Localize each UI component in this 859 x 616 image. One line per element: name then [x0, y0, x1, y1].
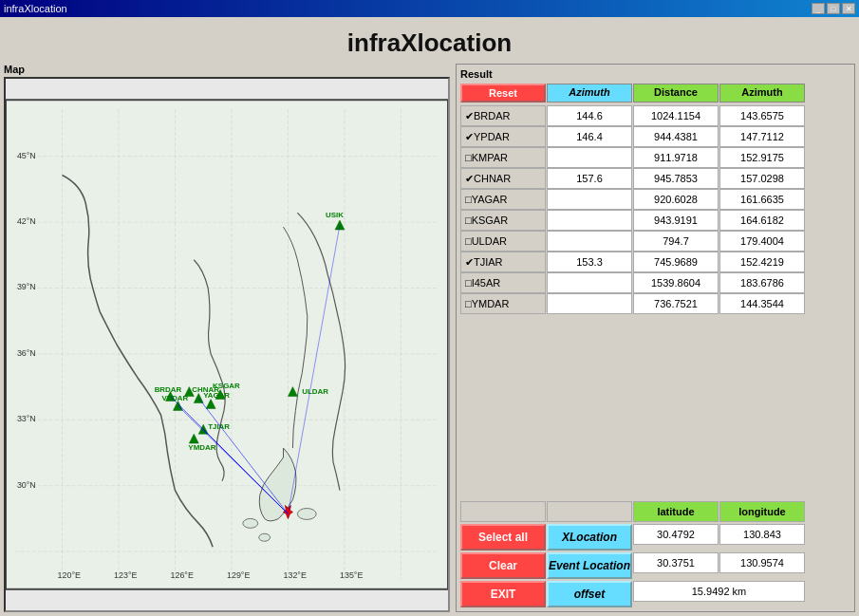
event-location-row: Clear Event Location 30.3751 130.9574 [460, 552, 850, 579]
station-name-cell[interactable]: □KSGAR [460, 210, 546, 231]
result-label: Result [460, 68, 850, 80]
station-name-cell[interactable]: □KMPAR [460, 147, 546, 168]
distance-header: Distance [633, 84, 719, 103]
station-name-cell[interactable]: □YAGAR [460, 189, 546, 210]
azimuth2-cell: 144.3544 [719, 293, 805, 314]
minimize-button[interactable]: _ [812, 3, 825, 14]
event-location-label: Event Location [547, 552, 632, 579]
distance-cell: 920.6028 [633, 189, 719, 210]
table-row: □YMDAR736.7521144.3544 [460, 293, 850, 314]
table-row: ✔BRDAR144.61024.1154143.6575 [460, 105, 850, 126]
azimuth2-cell: 164.6182 [719, 210, 805, 231]
table-row: ✔YPDAR146.4944.4381147.7112 [460, 126, 850, 147]
distance-cell: 943.9191 [633, 210, 719, 231]
azimuth-cell [547, 189, 632, 210]
map-section: Map [4, 64, 450, 612]
station-name-cell[interactable]: □ULDAR [460, 231, 546, 252]
lat-lon-header: latitude longitude [460, 501, 850, 522]
xlocation-button[interactable]: XLocation [547, 524, 632, 551]
svg-text:39°N: 39°N [17, 282, 36, 291]
svg-text:33°N: 33°N [17, 414, 36, 423]
xlocation-latitude: 30.4792 [633, 524, 719, 545]
svg-text:USIK: USIK [326, 211, 344, 219]
maximize-button[interactable]: □ [827, 3, 840, 14]
station-name-cell[interactable]: □YMDAR [460, 293, 546, 314]
svg-text:45°N: 45°N [17, 151, 36, 160]
svg-text:ULDAR: ULDAR [302, 387, 328, 396]
reset-button[interactable]: Reset [460, 84, 546, 103]
event-location-longitude: 130.9574 [719, 552, 805, 573]
azimuth2-cell: 157.0298 [719, 168, 805, 189]
station-name-cell[interactable]: ✔YPDAR [460, 126, 546, 147]
distance-cell: 736.7521 [633, 293, 719, 314]
table-row: □YAGAR920.6028161.6635 [460, 189, 850, 210]
longitude-header: longitude [719, 501, 805, 522]
svg-text:TJIAR: TJIAR [208, 422, 230, 431]
svg-text:123°E: 123°E [114, 570, 137, 580]
station-name-cell[interactable]: ✔TJIAR [460, 252, 546, 272]
table-row: □KSGAR943.9191164.6182 [460, 210, 850, 231]
azimuth-cell: 153.3 [547, 252, 632, 272]
svg-text:YMDAR: YMDAR [188, 443, 215, 452]
xlocation-longitude: 130.843 [719, 524, 805, 545]
azimuth2-cell: 152.4219 [719, 252, 805, 272]
bottom-controls: latitude longitude Select all XLocation … [460, 501, 850, 607]
azimuth-cell [547, 147, 632, 168]
app-body: infraXlocation Map [0, 17, 859, 616]
select-all-button[interactable]: Select all [460, 524, 546, 551]
result-table: Reset Azimuth Distance Azimuth ✔BRDAR144… [460, 84, 850, 497]
result-section: Result Reset Azimuth Distance Azimuth ✔B… [456, 64, 855, 612]
window-controls: _ □ ✕ [812, 3, 855, 14]
offset-label: offset [547, 581, 632, 607]
distance-cell: 1024.1154 [633, 105, 719, 126]
clear-button[interactable]: Clear [460, 552, 546, 579]
azimuth2-cell: 147.7112 [719, 126, 805, 147]
distance-cell: 1539.8604 [633, 272, 719, 293]
azimuth2-cell: 143.6575 [719, 105, 805, 126]
azimuth2-header: Azimuth [719, 84, 805, 103]
svg-text:KSGAR: KSGAR [213, 382, 240, 390]
distance-cell: 911.9718 [633, 147, 719, 168]
azimuth-cell [547, 293, 632, 314]
station-name-cell[interactable]: □I45AR [460, 272, 546, 293]
data-rows-container: ✔BRDAR144.61024.1154143.6575✔YPDAR146.49… [460, 105, 850, 314]
xlocation-row: Select all XLocation 30.4792 130.843 [460, 524, 850, 551]
distance-cell: 794.7 [633, 231, 719, 252]
azimuth-cell: 144.6 [547, 105, 632, 126]
svg-text:42°N: 42°N [17, 216, 36, 226]
table-row: □I45AR1539.8604183.6786 [460, 272, 850, 293]
map-container: 45°N 42°N 39°N 36°N 33°N 30°N 120°E 123°… [4, 77, 450, 612]
azimuth2-cell: 152.9175 [719, 147, 805, 168]
azimuth2-cell: 179.4004 [719, 231, 805, 252]
table-row: □KMPAR911.9718152.9175 [460, 147, 850, 168]
svg-rect-0 [6, 100, 448, 589]
svg-point-28 [259, 533, 271, 541]
svg-text:129°E: 129°E [227, 570, 250, 580]
exit-button[interactable]: EXIT [460, 581, 546, 607]
event-location-latitude: 30.3751 [633, 552, 719, 573]
table-row: □ULDAR794.7179.4004 [460, 231, 850, 252]
distance-cell: 945.7853 [633, 168, 719, 189]
station-name-cell[interactable]: ✔CHNAR [460, 168, 546, 189]
map-label: Map [4, 64, 450, 75]
svg-text:36°N: 36°N [17, 348, 36, 358]
station-name-cell[interactable]: ✔BRDAR [460, 105, 546, 126]
azimuth-cell [547, 210, 632, 231]
table-row: ✔TJIAR153.3745.9689152.4219 [460, 252, 850, 272]
svg-text:126°E: 126°E [171, 570, 194, 580]
svg-text:132°E: 132°E [283, 570, 306, 580]
close-button[interactable]: ✕ [842, 3, 855, 14]
table-header-row: Reset Azimuth Distance Azimuth [460, 84, 850, 103]
title-bar: infraXlocation _ □ ✕ [0, 0, 859, 17]
azimuth-cell [547, 272, 632, 293]
window-title: infraXlocation [4, 3, 67, 14]
svg-text:135°E: 135°E [340, 570, 363, 580]
azimuth-cell: 146.4 [547, 126, 632, 147]
offset-row: EXIT offset 15.9492 km [460, 581, 850, 607]
latitude-header: latitude [633, 501, 719, 522]
distance-cell: 944.4381 [633, 126, 719, 147]
azimuth-header: Azimuth [547, 84, 632, 103]
azimuth-cell: 157.6 [547, 168, 632, 189]
svg-point-27 [243, 518, 258, 528]
empty-cell-1 [460, 501, 546, 522]
